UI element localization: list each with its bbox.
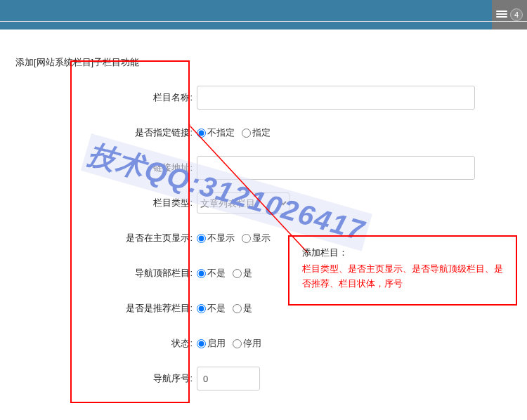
radio-nav-top-no[interactable] <box>197 269 206 278</box>
radio-status-on[interactable] <box>197 339 206 348</box>
radio-link-spec[interactable] <box>242 129 251 138</box>
radio-recommend-yes[interactable] <box>233 304 242 313</box>
input-order[interactable] <box>197 367 260 391</box>
row-link-spec: 是否指定链接: 不指定 指定 <box>15 115 527 150</box>
label-link-url: 链接地址: <box>15 162 197 174</box>
menu-icon <box>496 11 507 19</box>
label-home: 是否在主页显示: <box>15 232 197 244</box>
select-type[interactable]: 文章列表栏目 <box>197 192 289 214</box>
label-nav-top: 导航顶部栏目: <box>15 267 197 280</box>
input-name[interactable] <box>197 86 475 110</box>
badge-count: 4 <box>510 8 523 21</box>
row-order: 导航序号: <box>15 361 527 396</box>
row-name: 栏目名称: <box>15 80 527 115</box>
row-type: 栏目类型: 文章列表栏目 <box>15 185 527 221</box>
divider <box>0 21 527 22</box>
content: 添加[网站系统栏目]子栏目功能 栏目名称: 是否指定链接: 不指定 指定 链接地… <box>0 29 527 396</box>
label-order: 导航序号: <box>15 372 197 385</box>
input-link-url[interactable] <box>197 156 475 180</box>
radio-home-no[interactable] <box>197 234 206 243</box>
topbar: 4 <box>0 0 527 29</box>
radio-recommend-no[interactable] <box>197 304 206 313</box>
notification-badge[interactable]: 4 <box>492 0 527 29</box>
label-name: 栏目名称: <box>15 91 197 104</box>
page-title: 添加[网站系统栏目]子栏目功能 <box>15 56 527 69</box>
annotation-text: 栏目类型、是否主页显示、是否导航顶级栏目、是否推荐、栏目状体，序号 <box>302 262 503 291</box>
radio-home-yes[interactable] <box>242 234 251 243</box>
label-status: 状态: <box>15 337 197 350</box>
annotation-box-right: 添加栏目： 栏目类型、是否主页显示、是否导航顶级栏目、是否推荐、栏目状体，序号 <box>288 235 517 306</box>
row-link-url: 链接地址: <box>15 150 527 185</box>
label-recommend: 是否是推荐栏目: <box>15 302 197 315</box>
row-status: 状态: 启用 停用 <box>15 326 527 361</box>
label-link-spec: 是否指定链接: <box>15 126 197 139</box>
radio-nav-top-yes[interactable] <box>233 269 242 278</box>
annotation-title: 添加栏目： <box>302 247 503 259</box>
radio-status-off[interactable] <box>233 339 242 348</box>
radio-link-nospec[interactable] <box>197 129 206 138</box>
label-type: 栏目类型: <box>15 197 197 209</box>
